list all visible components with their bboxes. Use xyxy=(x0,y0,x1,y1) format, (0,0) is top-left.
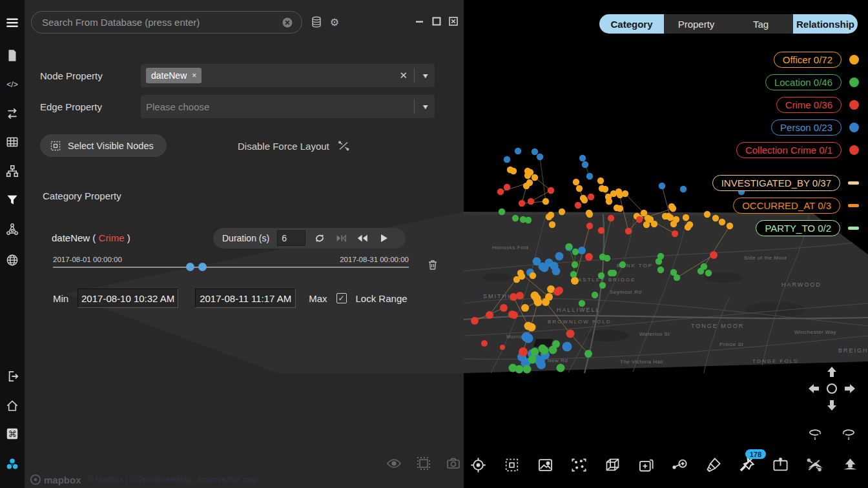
graph-node[interactable] xyxy=(512,215,519,221)
graph-node[interactable] xyxy=(524,172,531,179)
clear-search-icon[interactable] xyxy=(281,16,294,29)
graph-node[interactable] xyxy=(525,217,532,223)
graph-node[interactable] xyxy=(657,267,664,273)
graph-node[interactable] xyxy=(586,211,593,218)
graph-node[interactable] xyxy=(597,178,604,184)
sidebar-document-icon[interactable] xyxy=(5,48,20,63)
graph-node[interactable] xyxy=(572,249,579,255)
camera-icon[interactable] xyxy=(446,456,461,471)
legend-relationship[interactable]: OCCURRED_AT 0/3 xyxy=(733,198,859,214)
select-region-button[interactable] xyxy=(500,453,523,476)
graph-node[interactable] xyxy=(673,216,679,223)
graph-node[interactable] xyxy=(546,214,552,220)
time-slider-handle-max[interactable] xyxy=(198,263,207,271)
graph-node[interactable] xyxy=(598,272,604,279)
sidebar-swap-icon[interactable] xyxy=(5,106,20,121)
graph-node[interactable] xyxy=(519,200,525,207)
pin-off-button[interactable]: 178 xyxy=(735,453,758,476)
graph-node[interactable] xyxy=(549,221,555,228)
graph-node[interactable] xyxy=(528,356,537,364)
graph-node[interactable] xyxy=(659,183,665,189)
graph-node[interactable] xyxy=(500,304,508,312)
graph-node[interactable] xyxy=(579,300,585,307)
graph-node[interactable] xyxy=(516,292,524,300)
graph-node[interactable] xyxy=(687,221,693,228)
graph-node[interactable] xyxy=(499,208,505,215)
database-icon[interactable] xyxy=(310,15,323,28)
max-date-input[interactable] xyxy=(195,289,296,308)
graph-node[interactable] xyxy=(672,230,678,237)
graph-node[interactable] xyxy=(530,272,536,279)
search-input[interactable] xyxy=(42,17,281,28)
graph-node[interactable] xyxy=(604,255,610,261)
graph-node[interactable] xyxy=(705,270,712,276)
pan-down-button[interactable] xyxy=(824,396,840,412)
graph-node[interactable] xyxy=(521,304,529,312)
graph-node[interactable] xyxy=(625,228,632,234)
step-icon[interactable] xyxy=(335,232,347,245)
graph-node[interactable] xyxy=(486,311,493,319)
select-visible-nodes-button[interactable]: Select Visible Nodes xyxy=(40,134,167,157)
graph-node[interactable] xyxy=(576,185,583,192)
graph-node[interactable] xyxy=(552,340,560,348)
graph-node[interactable] xyxy=(670,205,676,212)
graph-node[interactable] xyxy=(504,184,510,190)
graph-node[interactable] xyxy=(515,148,521,154)
graph-node[interactable] xyxy=(534,298,542,307)
node-property-select[interactable]: dateNew × ✕ ▼ xyxy=(141,64,435,87)
dashed-square-icon[interactable] xyxy=(416,456,431,471)
brush-button[interactable] xyxy=(701,453,725,476)
close-icon[interactable] xyxy=(448,16,459,26)
graph-node[interactable] xyxy=(586,173,593,179)
graph-node[interactable] xyxy=(515,365,524,374)
loop-icon[interactable] xyxy=(313,232,326,245)
time-slider-handle-min[interactable] xyxy=(186,263,194,271)
graph-node[interactable] xyxy=(537,154,543,160)
graph-node[interactable] xyxy=(528,323,536,332)
graph-node[interactable] xyxy=(622,190,628,197)
graph-node[interactable] xyxy=(481,340,488,347)
graph-node[interactable] xyxy=(710,251,718,259)
graph-node[interactable] xyxy=(578,247,586,254)
edge-property-select[interactable]: Please choose ▼ xyxy=(141,95,435,118)
sidebar-home-icon[interactable] xyxy=(5,398,20,413)
graph-node[interactable] xyxy=(606,198,612,205)
add-layer-button[interactable] xyxy=(634,453,657,476)
add-node-button[interactable] xyxy=(668,453,691,476)
graph-node[interactable] xyxy=(571,277,579,285)
raise-button[interactable] xyxy=(838,453,862,476)
legend-category[interactable]: Location 0/46 xyxy=(765,74,859,90)
graph-node[interactable] xyxy=(552,267,561,276)
graph-node[interactable] xyxy=(557,364,565,372)
legend-category[interactable]: Officer 0/72 xyxy=(774,52,859,68)
graph-node[interactable] xyxy=(656,258,662,265)
graph-node[interactable] xyxy=(651,221,657,227)
graph-node[interactable] xyxy=(566,243,572,250)
lock-range-checkbox[interactable]: ✓ xyxy=(336,293,347,303)
graph-node[interactable] xyxy=(523,365,532,374)
graph-node[interactable] xyxy=(528,198,534,205)
graph-node[interactable] xyxy=(674,274,680,281)
tab-category[interactable]: Category xyxy=(599,14,664,34)
graph-node[interactable] xyxy=(559,208,565,215)
sidebar-filter-icon[interactable] xyxy=(5,192,20,208)
graph-node[interactable] xyxy=(588,194,594,200)
legend-category[interactable]: Crime 0/36 xyxy=(776,97,859,113)
rewind-icon[interactable] xyxy=(356,232,369,245)
graph-node[interactable] xyxy=(701,263,707,270)
graph-node[interactable] xyxy=(526,179,533,186)
pan-left-button[interactable] xyxy=(807,381,823,396)
graph-node[interactable] xyxy=(563,342,572,352)
remove-tag-icon[interactable]: × xyxy=(192,71,196,80)
rotate-right-button[interactable] xyxy=(841,426,856,442)
graph-node[interactable] xyxy=(636,216,643,223)
graph-node[interactable] xyxy=(570,271,577,278)
tab-tag[interactable]: Tag xyxy=(728,14,793,34)
legend-relationship[interactable]: INVESTIGATED_BY 0/37 xyxy=(712,175,859,191)
graph-node[interactable] xyxy=(602,186,608,192)
time-slider-track[interactable] xyxy=(53,267,409,268)
cube-button[interactable] xyxy=(601,453,624,476)
graph-node[interactable] xyxy=(555,287,563,294)
graph-node[interactable] xyxy=(579,155,586,161)
graph-node[interactable] xyxy=(542,198,549,205)
